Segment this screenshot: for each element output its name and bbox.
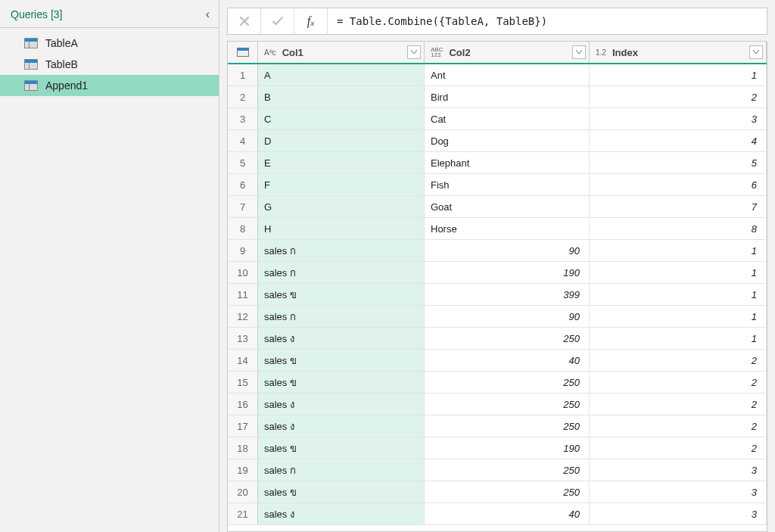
cell-col1[interactable]: G	[258, 196, 425, 217]
cell-col2[interactable]: Elephant	[425, 152, 590, 173]
table-row[interactable]: 1AAnt1	[228, 64, 767, 86]
table-row[interactable]: 8HHorse8	[228, 218, 767, 240]
filter-button-index[interactable]	[749, 45, 763, 59]
row-number[interactable]: 7	[228, 196, 258, 217]
row-number[interactable]: 10	[228, 262, 258, 283]
cell-col2[interactable]: 250	[425, 415, 590, 437]
cell-index[interactable]: 1	[590, 240, 767, 261]
table-row[interactable]: 16sales ง2502	[228, 394, 767, 415]
cell-col2[interactable]: 250	[425, 372, 590, 393]
cell-index[interactable]: 3	[590, 481, 767, 502]
row-number[interactable]: 9	[228, 240, 258, 261]
table-row[interactable]: 18sales ข1902	[228, 437, 767, 459]
table-row[interactable]: 19sales ก2503	[228, 459, 767, 481]
cell-col1[interactable]: sales ก	[258, 240, 425, 261]
cell-index[interactable]: 2	[590, 415, 767, 437]
row-number[interactable]: 1	[228, 64, 258, 86]
cell-index[interactable]: 3	[590, 459, 767, 481]
table-row[interactable]: 6FFish6	[228, 174, 767, 196]
cell-col2[interactable]: 250	[425, 481, 590, 502]
column-header-index[interactable]: 1.2 Index	[590, 42, 767, 63]
cell-col1[interactable]: A	[258, 64, 425, 86]
cell-col1[interactable]: sales ข	[258, 437, 425, 459]
row-number[interactable]: 16	[228, 394, 258, 415]
row-number[interactable]: 13	[228, 328, 258, 349]
filter-button-col2[interactable]	[572, 45, 586, 59]
row-number[interactable]: 20	[228, 481, 258, 502]
cell-index[interactable]: 2	[590, 372, 767, 393]
cell-index[interactable]: 1	[590, 262, 767, 283]
cell-col1[interactable]: sales ข	[258, 284, 425, 305]
filter-button-col1[interactable]	[407, 45, 421, 59]
cell-index[interactable]: 7	[590, 196, 767, 217]
cell-col2[interactable]: 90	[425, 306, 590, 327]
cell-index[interactable]: 3	[590, 503, 767, 524]
cell-col1[interactable]: B	[258, 86, 425, 107]
cell-col2[interactable]: Fish	[425, 174, 590, 195]
row-number[interactable]: 18	[228, 437, 258, 459]
cell-col1[interactable]: sales ข	[258, 350, 425, 371]
cell-col1[interactable]: sales ก	[258, 459, 425, 481]
table-row[interactable]: 11sales ข3991	[228, 284, 767, 306]
row-number[interactable]: 2	[228, 86, 258, 107]
select-all-corner[interactable]	[228, 42, 258, 63]
cell-index[interactable]: 4	[590, 130, 767, 151]
cell-index[interactable]: 1	[590, 328, 767, 349]
cell-col1[interactable]: D	[258, 130, 425, 151]
cell-col1[interactable]: F	[258, 174, 425, 195]
cell-col2[interactable]: 190	[425, 262, 590, 283]
cell-index[interactable]: 6	[590, 174, 767, 195]
cell-col1[interactable]: sales ข	[258, 372, 425, 393]
table-row[interactable]: 21sales ง403	[228, 503, 767, 525]
cell-col2[interactable]: 399	[425, 284, 590, 305]
cell-index[interactable]: 2	[590, 394, 767, 415]
cell-col2[interactable]: Ant	[425, 64, 590, 86]
formula-input[interactable]: = Table.Combine({TableA, TableB})	[328, 8, 767, 34]
query-item[interactable]: Append1	[0, 75, 219, 96]
table-row[interactable]: 10sales ก1901	[228, 262, 767, 284]
cell-col2[interactable]: 40	[425, 350, 590, 371]
cell-col2[interactable]: 90	[425, 240, 590, 261]
table-row[interactable]: 20sales ข2503	[228, 481, 767, 503]
cell-col1[interactable]: sales ง	[258, 328, 425, 349]
table-row[interactable]: 5EElephant5	[228, 152, 767, 174]
row-number[interactable]: 6	[228, 174, 258, 195]
table-row[interactable]: 13sales ง2501	[228, 328, 767, 350]
table-row[interactable]: 3CCat3	[228, 108, 767, 130]
table-row[interactable]: 4DDog4	[228, 130, 767, 152]
cell-index[interactable]: 2	[590, 86, 767, 107]
cell-index[interactable]: 5	[590, 152, 767, 173]
cell-index[interactable]: 2	[590, 437, 767, 459]
cell-col1[interactable]: E	[258, 152, 425, 173]
row-number[interactable]: 12	[228, 306, 258, 327]
cell-col1[interactable]: sales ง	[258, 503, 425, 524]
column-header-col2[interactable]: ABC 123 Col2	[425, 42, 590, 63]
cell-col2[interactable]: 190	[425, 437, 590, 459]
cell-index[interactable]: 3	[590, 108, 767, 129]
query-item[interactable]: TableA	[0, 33, 219, 54]
cell-col2[interactable]: 250	[425, 459, 590, 481]
table-row[interactable]: 17sales ง2502	[228, 415, 767, 437]
row-number[interactable]: 11	[228, 284, 258, 305]
cell-col2[interactable]: Bird	[425, 86, 590, 107]
row-number[interactable]: 3	[228, 108, 258, 129]
table-row[interactable]: 15sales ข2502	[228, 372, 767, 394]
cell-index[interactable]: 1	[590, 64, 767, 86]
query-item[interactable]: TableB	[0, 54, 219, 75]
data-rows[interactable]: 1AAnt12BBird23CCat34DDog45EElephant56FFi…	[228, 64, 767, 531]
row-number[interactable]: 17	[228, 415, 258, 437]
table-row[interactable]: 9sales ก901	[228, 240, 767, 262]
cell-col2[interactable]: 250	[425, 328, 590, 349]
row-number[interactable]: 19	[228, 459, 258, 481]
cell-index[interactable]: 1	[590, 306, 767, 327]
cell-col1[interactable]: sales ข	[258, 481, 425, 502]
cell-col2[interactable]: Horse	[425, 218, 590, 239]
cell-col2[interactable]: Goat	[425, 196, 590, 217]
row-number[interactable]: 8	[228, 218, 258, 239]
cell-col2[interactable]: Dog	[425, 130, 590, 151]
table-row[interactable]: 7GGoat7	[228, 196, 767, 218]
row-number[interactable]: 5	[228, 152, 258, 173]
collapse-pane-button[interactable]: ‹	[201, 6, 214, 23]
cell-col1[interactable]: sales ง	[258, 415, 425, 437]
cell-col1[interactable]: sales ก	[258, 262, 425, 283]
